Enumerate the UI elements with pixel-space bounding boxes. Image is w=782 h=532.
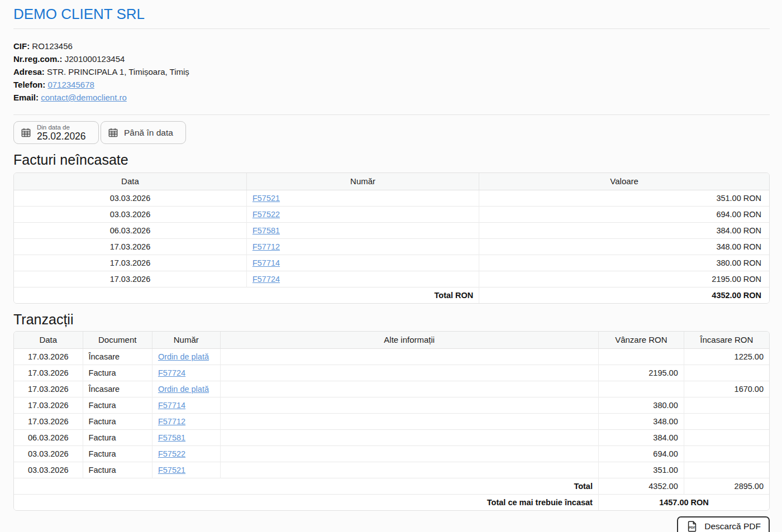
- column-header-incasare: Încasare RON: [684, 332, 769, 348]
- remaining-label: Total ce mai trebuie încasat: [14, 494, 598, 510]
- total-collection: 2895.00: [684, 478, 769, 494]
- invoice-value: 2195.00 RON: [479, 271, 769, 287]
- transaction-date: 17.03.2026: [14, 381, 83, 397]
- phone-link[interactable]: 0712345678: [47, 80, 94, 89]
- table-header-row: Data Document Număr Alte informații Vânz…: [14, 332, 769, 348]
- transactions-title: Tranzacții: [13, 311, 770, 328]
- date-from-value: 25.02.2026: [37, 131, 86, 142]
- transaction-collection: 1225.00: [684, 348, 769, 365]
- table-row: 06.03.2026 Factura F57581 384.00: [14, 429, 769, 445]
- total-row: Total RON 4352.00 RON: [14, 287, 769, 303]
- company-info: CIF: RO123456 Nr.reg.com.: J201000123454…: [13, 40, 770, 104]
- transaction-date: 03.03.2026: [14, 445, 83, 462]
- transaction-link[interactable]: F57581: [158, 433, 185, 442]
- date-filters: Din data de 25.02.2026 Până în data: [13, 121, 770, 144]
- address-label: Adresa:: [13, 67, 45, 76]
- transaction-document: Factura: [83, 445, 152, 462]
- column-header-vanzare: Vânzare RON: [598, 332, 684, 348]
- transaction-sale: 694.00: [598, 445, 684, 462]
- transaction-collection: [684, 429, 769, 445]
- transaction-other: [220, 381, 598, 397]
- transaction-date: 17.03.2026: [14, 397, 83, 413]
- date-to-placeholder: Până în data: [124, 128, 173, 138]
- invoice-date: 03.03.2026: [14, 190, 246, 206]
- transaction-collection: [684, 397, 769, 413]
- transaction-collection: 1670.00: [684, 381, 769, 397]
- table-row: 17.03.2026 F57714 380.00 RON: [14, 255, 769, 271]
- table-row: 06.03.2026 F57581 384.00 RON: [14, 222, 769, 238]
- transaction-other: [220, 462, 598, 478]
- transaction-collection: [684, 462, 769, 478]
- transaction-sale: [598, 348, 684, 365]
- transaction-date: 03.03.2026: [14, 462, 83, 478]
- pdf-file-icon: PDF: [686, 520, 698, 532]
- email-link[interactable]: contact@democlient.ro: [41, 93, 127, 102]
- transaction-link[interactable]: F57712: [158, 417, 185, 426]
- transaction-sale: 348.00: [598, 413, 684, 429]
- total-label: Total: [14, 478, 598, 494]
- table-row: 03.03.2026 F57521 351.00 RON: [14, 190, 769, 206]
- date-to-input[interactable]: Până în data: [101, 121, 186, 144]
- calendar-icon: [21, 127, 31, 138]
- transaction-collection: [684, 445, 769, 462]
- table-row: 17.03.2026 Factura F57712 348.00: [14, 413, 769, 429]
- column-header-numar: Număr: [246, 173, 479, 190]
- invoice-link[interactable]: F57581: [252, 226, 280, 235]
- download-pdf-button[interactable]: PDF Descarcă PDF: [677, 516, 770, 532]
- transaction-link[interactable]: F57522: [158, 449, 185, 458]
- total-sale: 4352.00: [598, 478, 684, 494]
- date-from-input[interactable]: Din data de 25.02.2026: [13, 121, 99, 144]
- column-header-valoare: Valoare: [479, 173, 769, 190]
- invoice-value: 348.00 RON: [479, 238, 769, 255]
- unpaid-invoices-title: Facturi neîncasate: [13, 152, 770, 168]
- transaction-link[interactable]: F57714: [158, 401, 185, 410]
- table-row: 03.03.2026 Factura F57522 694.00: [14, 445, 769, 462]
- transaction-other: [220, 445, 598, 462]
- table-row: 17.03.2026 Factura F57714 380.00: [14, 397, 769, 413]
- email-label: Email:: [13, 93, 39, 102]
- table-row: 03.03.2026 F57522 694.00 RON: [14, 206, 769, 222]
- transaction-link[interactable]: F57724: [158, 368, 185, 377]
- transaction-other: [220, 413, 598, 429]
- invoice-date: 17.03.2026: [14, 238, 246, 255]
- transaction-link[interactable]: Ordin de plată: [158, 385, 209, 394]
- invoice-link[interactable]: F57522: [252, 210, 280, 219]
- transaction-collection: [684, 365, 769, 381]
- company-phone: Telefon: 0712345678: [13, 78, 770, 91]
- header-divider: [13, 114, 770, 115]
- total-value: 4352.00 RON: [479, 287, 769, 303]
- table-row: 17.03.2026 F57712 348.00 RON: [14, 238, 769, 255]
- total-label: Total RON: [14, 287, 479, 303]
- transaction-collection: [684, 413, 769, 429]
- table-row: 17.03.2026 F57724 2195.00 RON: [14, 271, 769, 287]
- company-reg-number: Nr.reg.com.: J201000123454: [13, 52, 770, 65]
- transaction-sale: 384.00: [598, 429, 684, 445]
- transaction-link[interactable]: Ordin de plată: [158, 352, 209, 361]
- invoice-value: 351.00 RON: [479, 190, 769, 206]
- table-row: 17.03.2026 Încasare Ordin de plată 1225.…: [14, 348, 769, 365]
- transaction-document: Factura: [83, 413, 152, 429]
- invoice-link[interactable]: F57712: [252, 242, 280, 251]
- transactions-table: Data Document Număr Alte informații Vânz…: [13, 331, 770, 511]
- cif-value: RO123456: [32, 41, 73, 51]
- download-pdf-label: Descarcă PDF: [704, 521, 761, 531]
- address-value: STR. PRINCIPALA 1, Timișoara, Timiș: [47, 67, 189, 76]
- client-statement-page: DEMO CLIENT SRL CIF: RO123456 Nr.reg.com…: [0, 0, 782, 532]
- calendar-icon: [108, 127, 118, 138]
- invoice-date: 06.03.2026: [14, 222, 246, 238]
- transaction-date: 17.03.2026: [14, 413, 83, 429]
- transaction-link[interactable]: F57521: [158, 466, 185, 475]
- invoice-link[interactable]: F57714: [252, 258, 280, 267]
- table-row: 03.03.2026 Factura F57521 351.00: [14, 462, 769, 478]
- transaction-sale: 2195.00: [598, 365, 684, 381]
- invoice-link[interactable]: F57521: [252, 194, 280, 203]
- invoice-link[interactable]: F57724: [252, 275, 280, 284]
- actions-row: PDF Descarcă PDF: [13, 516, 770, 532]
- reg-label: Nr.reg.com.:: [13, 54, 63, 64]
- invoice-date: 17.03.2026: [14, 255, 246, 271]
- transaction-date: 06.03.2026: [14, 429, 83, 445]
- table-row: 17.03.2026 Încasare Ordin de plată 1670.…: [14, 381, 769, 397]
- unpaid-invoices-table: Data Număr Valoare 03.03.2026 F57521 351…: [13, 172, 770, 304]
- total-row: Total 4352.00 2895.00: [14, 478, 769, 494]
- transaction-document: Factura: [83, 397, 152, 413]
